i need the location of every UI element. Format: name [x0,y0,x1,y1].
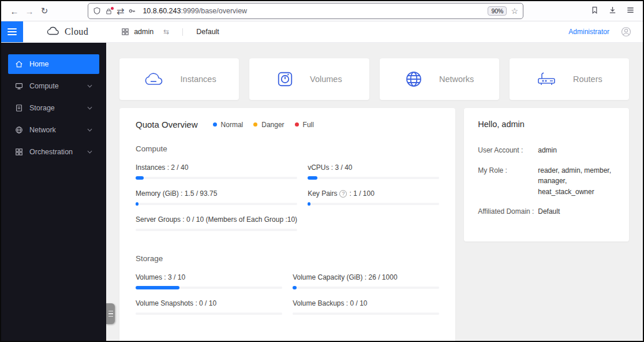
quota-item-volume-backups: Volume Backups : 0 / 10 [293,299,439,315]
sidebar-item-home[interactable]: Home [8,54,99,74]
card-label: Routers [573,75,602,84]
orchestration-icon [15,148,23,156]
quota-overview-card: Quota Overview Normal Danger Full [119,108,455,342]
console-toggle-handle[interactable] [106,303,115,324]
progress-fill [136,202,138,206]
downloads-icon[interactable] [608,6,617,17]
quota-legend: Normal Danger Full [213,121,314,129]
sidebar-item-label: Storage [29,104,55,112]
storage-icon [15,104,23,112]
legend-danger: Danger [253,121,284,129]
progress-track [308,203,439,205]
sidebar-toggle-button[interactable] [1,21,23,42]
greeting: Hello, admin [478,120,615,129]
project-grid-icon [122,28,129,35]
card-label: Instances [181,75,216,84]
reload-button[interactable]: ↻ [37,6,52,16]
url-bar[interactable]: ⇄ 10.8.60.243:9999/base/overview 90% ☆ [88,3,523,19]
progress-track [136,177,297,179]
shield-icon[interactable] [93,7,101,15]
sidebar-item-storage[interactable]: Storage [8,98,99,118]
instances-card[interactable]: Instances [119,58,239,100]
progress-fill [293,286,297,289]
instances-icon [143,71,164,87]
translate-icon[interactable]: ⇄ [117,6,124,17]
network-icon [15,126,23,134]
progress-track [308,177,439,179]
blocked-badge [111,7,114,10]
main-content: Instances Volumes Networks Routers [106,43,643,342]
browser-chrome: ← → ↻ ⇄ 10.8.60.243:9999/base/overview 9… [1,1,643,21]
progress-fill [308,176,317,180]
brand-name: Cloud [65,27,88,37]
volumes-card[interactable]: Volumes [249,58,369,100]
sidebar-item-label: Network [29,126,56,134]
sidebar: Home Compute Storage Network [1,43,106,342]
sidebar-item-label: Home [29,60,48,68]
legend-normal: Normal [213,121,244,129]
home-icon [15,60,23,68]
administrator-link[interactable]: Administrator [568,28,609,36]
quota-item-vcpus: vCPUs : 3 / 40 [308,163,439,179]
networks-icon [405,70,423,88]
quota-title: Quota Overview [136,120,198,129]
brand-logo[interactable]: Cloud [46,26,88,38]
chevron-down-icon [87,84,92,88]
quota-item-server-groups: Server Groups : 0 / 10 (Members of Each … [136,215,297,231]
progress-track [136,313,282,315]
quota-item-instances: Instances : 2 / 40 [136,163,297,179]
bookmarks-icon[interactable] [590,6,599,17]
sidebar-item-compute[interactable]: Compute [8,76,99,96]
app-header: Cloud admin ⇆ Default Administrator [1,21,643,43]
account-row-role: My Role : reader, admin, member, manager… [478,165,615,198]
region-name: Default [196,28,219,36]
progress-fill [308,202,310,206]
routers-icon [536,71,557,87]
bookmark-star-icon[interactable]: ☆ [511,6,518,16]
quota-item-volume-snapshots: Volume Snapshots : 0 / 10 [136,299,282,315]
danger-dot [253,122,257,127]
progress-track [136,229,297,231]
help-icon[interactable] [339,190,347,198]
url-text[interactable]: 10.8.60.243:9999/base/overview [143,7,484,15]
networks-card[interactable]: Networks [380,58,499,100]
permissions-icon[interactable] [105,8,113,15]
sidebar-item-network[interactable]: Network [8,120,99,140]
switch-project-icon[interactable]: ⇆ [163,28,169,36]
progress-fill [136,176,144,180]
sidebar-item-label: Compute [29,82,59,90]
url-host: 10.8.60.243 [143,7,181,15]
forward-button[interactable]: → [22,6,37,16]
sidebar-item-label: Orchestration [29,148,73,156]
account-row-domain: Affiliated Domain : Default [478,206,615,217]
routers-card[interactable]: Routers [510,58,629,100]
storage-section-title: Storage [136,254,439,263]
quota-item-memory: Memory (GiB) : 1.5 / 93.75 [136,189,297,205]
volumes-icon [276,70,294,88]
menu-icon[interactable] [626,6,635,17]
progress-track [136,287,282,289]
account-card: Hello, admin User Account : admin My Rol… [464,108,629,241]
project-selector[interactable]: admin ⇆ Default [122,28,219,36]
chevron-down-icon [87,150,92,154]
user-avatar-icon[interactable] [621,27,631,37]
account-row-user: User Account : admin [478,145,615,156]
progress-track [136,203,297,205]
progress-fill [136,286,179,289]
divider [182,28,183,36]
compute-icon [15,82,23,90]
cloud-logo-icon [46,26,60,38]
quota-item-volume-capacity: Volume Capacity (GiB) : 26 / 1000 [293,273,439,289]
zoom-badge[interactable]: 90% [488,6,507,16]
key-icon[interactable] [128,7,136,15]
progress-track [293,313,439,315]
sidebar-item-orchestration[interactable]: Orchestration [8,142,99,162]
back-button[interactable]: ← [7,6,22,16]
full-dot [295,122,299,127]
legend-full: Full [295,121,314,129]
card-label: Volumes [310,75,342,84]
quota-item-volumes: Volumes : 3 / 10 [136,273,282,289]
url-path: :9999/base/overview [181,7,247,15]
card-label: Networks [439,75,474,84]
project-name: admin [134,28,153,36]
